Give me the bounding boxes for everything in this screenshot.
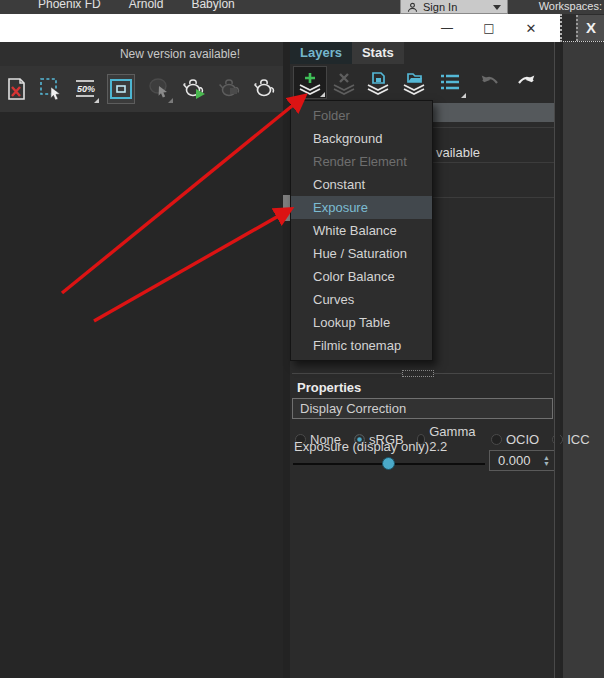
vfb-window: Phoenix FD Arnold Babylon Sign In Worksp… — [0, 0, 604, 678]
layer-row-label: vailable — [436, 145, 480, 160]
load-layers-button[interactable] — [397, 66, 431, 99]
slider-knob[interactable] — [382, 457, 395, 470]
save-layers-button[interactable] — [361, 66, 395, 99]
flyout-corner-icon — [168, 98, 173, 103]
menu-item-hue-saturation[interactable]: Hue / Saturation — [291, 242, 432, 265]
pan-view-button[interactable] — [146, 74, 174, 104]
flyout-corner-icon — [461, 93, 466, 98]
fit-view-button[interactable] — [107, 74, 135, 104]
render-last-button[interactable] — [181, 74, 209, 104]
menu-item-color-balance[interactable]: Color Balance — [291, 265, 432, 288]
radio-label: Gamma 2.2 — [429, 424, 478, 454]
render-view-toolbar: 50% — [0, 66, 283, 112]
panel-right-edge — [554, 42, 560, 678]
zoom-level-button[interactable]: 50% — [72, 74, 100, 104]
exposure-value: 0.000 — [490, 453, 531, 468]
clear-image-button[interactable] — [2, 74, 30, 104]
properties-splitter[interactable] — [290, 370, 554, 378]
menu-phoenix-fd[interactable]: Phoenix FD — [38, 0, 101, 12]
save-layers-icon — [364, 69, 392, 96]
add-layer-button[interactable] — [293, 66, 327, 99]
panel-splitter[interactable] — [283, 42, 290, 678]
zoom-level-label: 50% — [77, 84, 95, 94]
redo-button[interactable] — [511, 66, 541, 99]
menu-item-constant[interactable]: Constant — [291, 173, 432, 196]
render-disabled-button[interactable] — [216, 74, 244, 104]
load-layers-icon — [400, 69, 428, 96]
layer-list-button[interactable] — [433, 66, 467, 99]
host-menubar: Phoenix FD Arnold Babylon Sign In Worksp… — [0, 0, 604, 14]
radio-ocio[interactable]: OCIO — [491, 432, 539, 447]
render-scene-button[interactable] — [251, 74, 279, 104]
exposure-slider[interactable] — [293, 456, 485, 472]
fit-view-icon — [109, 78, 133, 100]
properties-section: Properties Display Correction None sRGB … — [290, 378, 554, 678]
delete-layer-button[interactable] — [327, 66, 361, 99]
clear-image-icon — [5, 77, 27, 101]
sign-in-dropdown[interactable]: Sign In — [400, 0, 508, 14]
delete-layer-icon — [330, 69, 358, 96]
render-last-icon — [182, 76, 209, 102]
sign-in-label: Sign In — [423, 1, 457, 13]
tab-layers[interactable]: Layers — [290, 42, 352, 64]
tab-stats[interactable]: Stats — [352, 42, 404, 64]
radio-label: ICC — [567, 432, 589, 447]
layer-list-icon — [436, 69, 464, 96]
radio-dot — [491, 434, 502, 445]
spinner-arrows-icon[interactable]: ▲▼ — [543, 455, 550, 466]
radio-label: OCIO — [506, 432, 539, 447]
user-icon — [407, 2, 418, 13]
close-button[interactable]: ✕ — [510, 14, 552, 42]
new-version-notification[interactable]: New version available! — [120, 47, 240, 61]
render-view-panel: New version available! 50% — [0, 42, 283, 678]
panel-tabs: Layers Stats — [290, 42, 404, 64]
x-toolbar-button[interactable]: X — [576, 15, 604, 41]
region-render-button[interactable] — [37, 74, 65, 104]
flyout-corner-icon — [320, 92, 325, 97]
exposure-spinbox[interactable]: 0.000 ▲▼ — [489, 450, 555, 471]
workspaces-label: Workspaces: — [539, 0, 602, 14]
maximize-button[interactable]: □ — [468, 14, 510, 42]
vfb-titlebar: — □ ✕ — [0, 14, 560, 42]
undo-button[interactable] — [475, 66, 505, 99]
menu-babylon[interactable]: Babylon — [191, 0, 234, 12]
menu-item-folder: Folder — [291, 104, 432, 127]
region-render-icon — [38, 76, 64, 102]
menu-item-lookup-table[interactable]: Lookup Table — [291, 311, 432, 334]
minimize-button[interactable]: — — [426, 14, 468, 42]
properties-title: Properties — [297, 380, 361, 395]
create-layer-menu: Folder Background Render Element Constan… — [290, 100, 433, 361]
splitter-handle[interactable] — [283, 195, 290, 221]
menu-item-curves[interactable]: Curves — [291, 288, 432, 311]
layer-name-box[interactable]: Display Correction — [292, 398, 553, 419]
layers-toolbar — [290, 64, 554, 101]
render-view-header: New version available! — [0, 42, 283, 66]
splitter-grip[interactable] — [402, 370, 434, 377]
zoom-top-mark — [73, 76, 99, 83]
flyout-corner-icon — [94, 98, 99, 103]
render-scene-icon — [252, 76, 279, 102]
host-corner-block: X — [560, 14, 604, 42]
menu-item-exposure[interactable]: Exposure — [291, 196, 432, 219]
undo-icon — [478, 73, 502, 93]
chevron-down-icon — [493, 5, 501, 10]
redo-icon — [514, 73, 538, 93]
menu-item-white-balance[interactable]: White Balance — [291, 219, 432, 242]
menu-arnold[interactable]: Arnold — [129, 0, 164, 12]
menu-item-background[interactable]: Background — [291, 127, 432, 150]
exposure-label: Exposure (display only) — [294, 439, 429, 454]
render-canvas[interactable] — [0, 112, 283, 678]
host-background-strip — [560, 42, 604, 678]
menu-item-render-element: Render Element — [291, 150, 432, 173]
menu-item-filmic-tonemap[interactable]: Filmic tonemap — [291, 334, 432, 357]
render-disabled-icon — [217, 76, 244, 102]
